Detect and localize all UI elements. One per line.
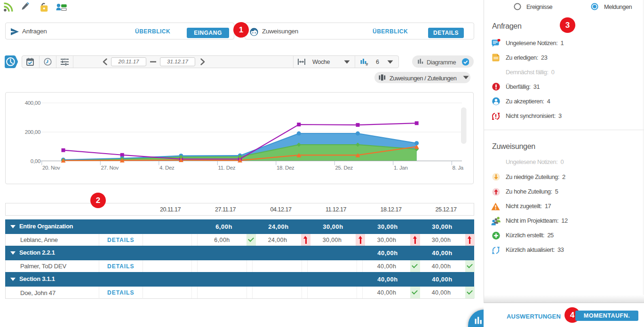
svg-text:4. Dez: 4. Dez <box>159 165 175 171</box>
svg-text:0,00: 0,00 <box>31 158 40 164</box>
svg-text:20. Nov: 20. Nov <box>42 165 60 171</box>
svg-text:1. Jan: 1. Jan <box>394 165 408 171</box>
svg-text:200,00: 200,00 <box>25 129 40 135</box>
svg-text:#: # <box>366 62 368 66</box>
svg-text:11. Dez: 11. Dez <box>218 165 236 171</box>
svg-text:400,00: 400,00 <box>25 100 40 106</box>
svg-text:8. Ja: 8. Ja <box>453 165 464 171</box>
svg-text:18. Dez: 18. Dez <box>277 165 294 171</box>
svg-text:27. Nov: 27. Nov <box>101 165 119 171</box>
svg-text:25. Dez: 25. Dez <box>335 165 353 171</box>
